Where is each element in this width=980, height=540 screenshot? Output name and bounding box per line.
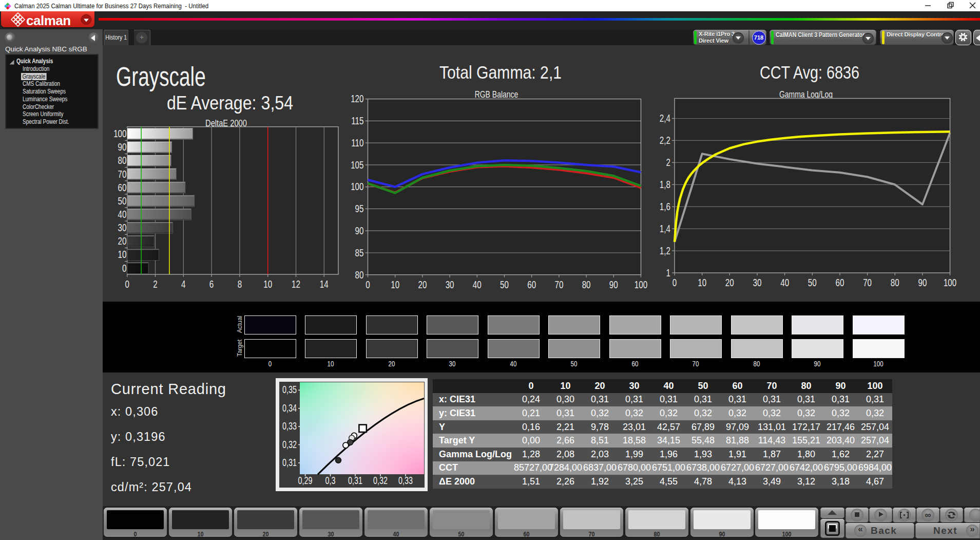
svg-text:30: 30: [753, 277, 762, 288]
svg-text:60: 60: [836, 277, 844, 288]
svg-text:2: 2: [153, 278, 157, 290]
svg-text:90: 90: [609, 279, 618, 290]
svg-text:110: 110: [351, 137, 363, 148]
svg-text:0,31: 0,31: [348, 475, 362, 487]
svg-text:70: 70: [118, 169, 127, 180]
svg-text:2,4: 2,4: [660, 113, 670, 124]
svg-text:1: 1: [666, 267, 670, 278]
svg-text:100: 100: [635, 279, 648, 290]
svg-text:dE Average: 3,54: dE Average: 3,54: [167, 92, 293, 114]
svg-text:80: 80: [891, 277, 899, 288]
svg-text:6: 6: [209, 278, 214, 290]
svg-text:CCT Avg: 6836: CCT Avg: 6836: [760, 62, 859, 83]
svg-text:0,32: 0,32: [282, 438, 297, 450]
svg-text:10: 10: [118, 249, 127, 260]
svg-text:0,33: 0,33: [282, 420, 297, 432]
svg-text:105: 105: [351, 159, 363, 171]
svg-text:Total Gamma: 2,1: Total Gamma: 2,1: [439, 62, 562, 82]
svg-text:Gamma Log/Log: Gamma Log/Log: [779, 90, 833, 100]
svg-text:0,33: 0,33: [398, 475, 413, 487]
svg-text:8: 8: [238, 278, 242, 290]
svg-text:40: 40: [118, 209, 127, 220]
svg-text:calman: calman: [26, 13, 71, 28]
svg-text:90: 90: [118, 141, 127, 153]
svg-text:50: 50: [500, 279, 509, 290]
svg-text:10: 10: [698, 277, 706, 288]
svg-text:100: 100: [351, 181, 364, 193]
svg-text:115: 115: [351, 115, 363, 126]
svg-text:100: 100: [944, 277, 957, 288]
svg-text:80: 80: [582, 279, 591, 290]
svg-text:2: 2: [666, 157, 670, 168]
svg-text:0: 0: [672, 277, 677, 288]
svg-text:30: 30: [118, 222, 127, 233]
svg-text:30: 30: [446, 279, 454, 290]
svg-text:0,29: 0,29: [298, 475, 313, 487]
svg-text:10: 10: [391, 279, 399, 290]
svg-text:80: 80: [355, 269, 364, 281]
svg-text:0,32: 0,32: [373, 475, 388, 487]
svg-text:Grayscale: Grayscale: [116, 61, 206, 91]
svg-text:70: 70: [554, 279, 563, 290]
svg-text:100: 100: [113, 128, 127, 139]
svg-text:10: 10: [263, 278, 272, 290]
svg-text:90: 90: [355, 225, 364, 236]
svg-text:50: 50: [118, 195, 127, 207]
svg-text:60: 60: [527, 279, 536, 290]
svg-text:20: 20: [418, 279, 427, 290]
svg-text:40: 40: [780, 277, 789, 288]
svg-text:0,34: 0,34: [282, 402, 297, 414]
svg-text:14: 14: [320, 278, 329, 290]
svg-text:0: 0: [125, 278, 129, 290]
svg-text:4: 4: [181, 278, 186, 290]
svg-text:∞: ∞: [925, 510, 931, 520]
svg-text:20: 20: [725, 277, 734, 288]
svg-text:0: 0: [366, 279, 370, 290]
svg-text:1,6: 1,6: [660, 201, 670, 212]
svg-text:12: 12: [292, 278, 300, 290]
svg-text:1,8: 1,8: [660, 179, 670, 190]
svg-text:60: 60: [118, 182, 127, 193]
svg-text:85: 85: [355, 247, 364, 258]
svg-text:0,31: 0,31: [282, 457, 297, 469]
svg-text:80: 80: [118, 155, 127, 166]
svg-text:120: 120: [351, 94, 364, 105]
svg-text:0: 0: [122, 263, 127, 274]
svg-text:50: 50: [808, 277, 817, 288]
svg-text:90: 90: [918, 277, 927, 288]
svg-text:RGB Balance: RGB Balance: [475, 90, 518, 100]
svg-text:70: 70: [863, 277, 872, 288]
svg-text:1,4: 1,4: [660, 223, 670, 234]
svg-text:20: 20: [118, 235, 127, 247]
svg-text:0,35: 0,35: [282, 384, 297, 396]
svg-text:40: 40: [473, 279, 482, 290]
svg-text:0,3: 0,3: [325, 475, 336, 487]
svg-text:1,2: 1,2: [660, 245, 670, 256]
svg-text:2,2: 2,2: [660, 135, 670, 146]
svg-text:95: 95: [355, 203, 364, 214]
